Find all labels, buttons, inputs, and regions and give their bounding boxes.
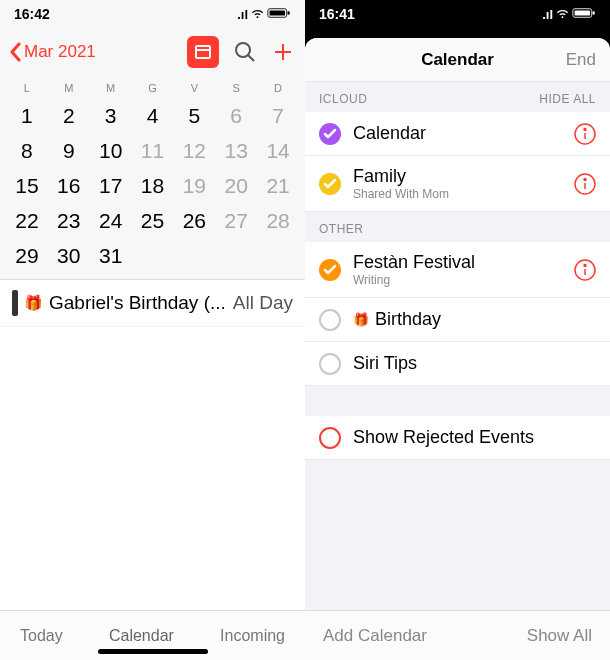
day-cell[interactable]: 6: [215, 98, 257, 133]
add-calendar-button[interactable]: Add Calendar: [323, 626, 427, 646]
section-label: ICLOUD: [319, 92, 367, 106]
day-cell: [173, 238, 215, 273]
day-cell[interactable]: 27: [215, 203, 257, 238]
status-icons: .ıl: [542, 5, 596, 23]
svg-point-15: [584, 128, 586, 130]
checkbox-icon[interactable]: [319, 353, 341, 375]
checkbox-icon[interactable]: [319, 173, 341, 195]
status-time: 16:42: [14, 6, 50, 22]
day-cell[interactable]: 26: [173, 203, 215, 238]
event-marker: [12, 290, 18, 316]
day-cell[interactable]: 2: [48, 98, 90, 133]
day-cell[interactable]: 17: [90, 168, 132, 203]
rejected-section: Show Rejected Events: [305, 416, 610, 460]
search-button[interactable]: [233, 40, 257, 64]
weekday-label: S: [215, 82, 257, 94]
status-bar: 16:42 .ıl: [0, 0, 305, 28]
day-cell[interactable]: 24: [90, 203, 132, 238]
hide-all-button[interactable]: HIDE ALL: [539, 92, 596, 106]
day-cell: [257, 238, 299, 273]
svg-line-6: [248, 55, 254, 61]
checkbox-icon[interactable]: [319, 123, 341, 145]
day-cell[interactable]: 13: [215, 133, 257, 168]
battery-icon: [267, 7, 291, 22]
day-cell[interactable]: 30: [48, 238, 90, 273]
calendar-header: Mar 2021: [0, 28, 305, 76]
show-rejected-row[interactable]: Show Rejected Events: [305, 416, 610, 460]
day-cell[interactable]: 19: [173, 168, 215, 203]
day-cell[interactable]: 16: [48, 168, 90, 203]
event-row[interactable]: 🎁 Gabriel's Birthday (... All Day: [0, 280, 305, 327]
calendar-subtitle: Shared With Mom: [353, 187, 562, 201]
weekday-label: V: [173, 82, 215, 94]
day-cell[interactable]: 31: [90, 238, 132, 273]
day-cell[interactable]: 4: [132, 98, 174, 133]
day-cell[interactable]: 22: [6, 203, 48, 238]
day-cell[interactable]: 10: [90, 133, 132, 168]
incoming-button[interactable]: Incoming: [220, 627, 285, 645]
day-cell[interactable]: 28: [257, 203, 299, 238]
day-cell[interactable]: 14: [257, 133, 299, 168]
day-cell[interactable]: 18: [132, 168, 174, 203]
view-mode-button[interactable]: [187, 36, 219, 68]
day-cell[interactable]: 20: [215, 168, 257, 203]
calendar-row[interactable]: Festàn FestivalWriting: [305, 242, 610, 298]
day-cell[interactable]: 29: [6, 238, 48, 273]
add-button[interactable]: [271, 40, 295, 64]
back-button[interactable]: Mar 2021: [10, 42, 96, 62]
day-cell[interactable]: 25: [132, 203, 174, 238]
info-icon[interactable]: [574, 259, 596, 281]
svg-point-23: [584, 264, 586, 266]
day-cell[interactable]: 15: [6, 168, 48, 203]
svg-point-5: [236, 43, 250, 57]
gift-icon: 🎁: [24, 294, 43, 312]
svg-rect-10: [575, 10, 590, 15]
icloud-calendar-list: CalendarFamilyShared With Mom: [305, 112, 610, 212]
gift-icon: 🎁: [353, 312, 369, 327]
info-icon[interactable]: [574, 173, 596, 195]
day-cell[interactable]: 11: [132, 133, 174, 168]
checkbox-icon[interactable]: [319, 309, 341, 331]
weekday-row: L M M G V S D: [0, 76, 305, 98]
battery-icon: [572, 7, 596, 22]
weekday-label: M: [48, 82, 90, 94]
status-icons: .ıl: [237, 5, 291, 23]
calendar-name: Festàn Festival: [353, 252, 562, 273]
wifi-icon: [555, 5, 570, 23]
weekday-label: L: [6, 82, 48, 94]
status-time: 16:41: [319, 6, 355, 22]
event-title: Gabriel's Birthday (...: [49, 292, 227, 314]
day-cell[interactable]: 1: [6, 98, 48, 133]
section-header-icloud: ICLOUD HIDE ALL: [305, 82, 610, 112]
signal-icon: .ıl: [542, 7, 553, 22]
status-bar: 16:41 .ıl: [305, 0, 610, 28]
calendar-row[interactable]: Siri Tips: [305, 342, 610, 386]
day-cell[interactable]: 23: [48, 203, 90, 238]
weekday-label: G: [132, 82, 174, 94]
other-calendar-list: Festàn FestivalWriting🎁BirthdaySiri Tips: [305, 242, 610, 386]
calendar-row[interactable]: FamilyShared With Mom: [305, 156, 610, 212]
day-cell[interactable]: 9: [48, 133, 90, 168]
day-cell: [132, 238, 174, 273]
info-icon[interactable]: [574, 123, 596, 145]
day-cell[interactable]: 7: [257, 98, 299, 133]
done-button[interactable]: End: [566, 50, 596, 70]
svg-rect-11: [593, 11, 595, 14]
svg-rect-1: [270, 10, 285, 15]
calendars-button[interactable]: Calendar: [109, 627, 174, 645]
day-cell[interactable]: 3: [90, 98, 132, 133]
calendar-subtitle: Writing: [353, 273, 562, 287]
day-cell[interactable]: 5: [173, 98, 215, 133]
calendar-row[interactable]: Calendar: [305, 112, 610, 156]
calendar-row[interactable]: 🎁Birthday: [305, 298, 610, 342]
day-cell[interactable]: 21: [257, 168, 299, 203]
day-cell[interactable]: 12: [173, 133, 215, 168]
home-indicator[interactable]: [98, 649, 208, 654]
checkbox-icon[interactable]: [319, 259, 341, 281]
checkbox-icon[interactable]: [319, 427, 341, 449]
today-button[interactable]: Today: [20, 627, 63, 645]
day-cell[interactable]: 8: [6, 133, 48, 168]
chevron-left-icon: [10, 42, 22, 62]
calendar-name: Family: [353, 166, 562, 187]
show-all-button[interactable]: Show All: [527, 626, 592, 646]
